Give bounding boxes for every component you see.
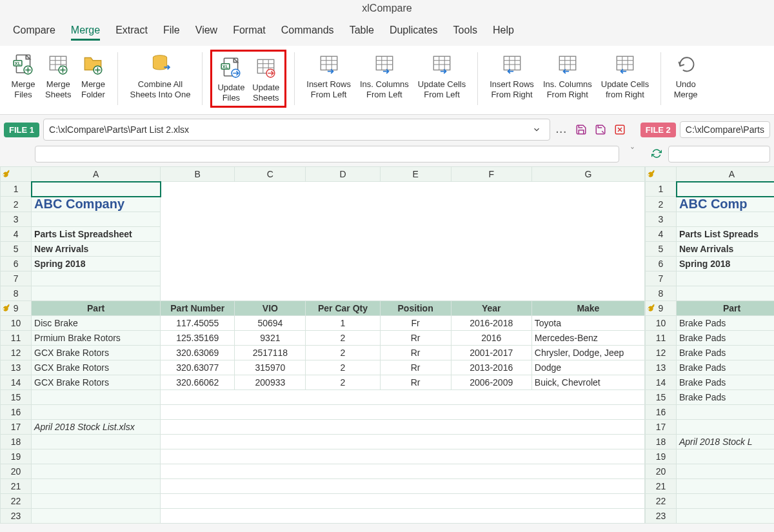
cell[interactable]: Rr: [380, 331, 451, 346]
cell[interactable]: [161, 405, 645, 420]
cell[interactable]: Buick, Chevrolet: [531, 375, 644, 390]
row-header[interactable]: 4: [646, 227, 677, 242]
cell[interactable]: [677, 286, 775, 301]
row-header[interactable]: 8: [1, 286, 32, 301]
cell[interactable]: Brake Pads: [677, 331, 775, 346]
cell[interactable]: GCX Brake Rotors: [32, 375, 161, 390]
row-header[interactable]: 14: [1, 375, 32, 390]
col-header-A[interactable]: A: [32, 167, 161, 182]
col-header-E[interactable]: E: [380, 167, 451, 182]
cell[interactable]: [677, 479, 775, 494]
row-header[interactable]: 13: [646, 360, 677, 375]
cell[interactable]: 2: [306, 375, 380, 390]
cell[interactable]: [677, 182, 775, 197]
cell[interactable]: Mercedes-Benz: [531, 331, 644, 346]
cell[interactable]: [161, 479, 645, 494]
cell[interactable]: [677, 271, 775, 286]
cell[interactable]: Fr: [380, 316, 451, 331]
merge-folder-button[interactable]: MergeFolder: [76, 50, 110, 108]
cell[interactable]: 50694: [235, 316, 306, 331]
row-header[interactable]: 21: [646, 479, 677, 494]
cell-A1[interactable]: [32, 182, 161, 197]
row-header[interactable]: 22: [1, 494, 32, 509]
table-header[interactable]: Part Number: [161, 301, 235, 316]
cell[interactable]: 2: [306, 331, 380, 346]
merge-sheets-button[interactable]: MergeSheets: [41, 50, 75, 108]
table-header[interactable]: Per Car Qty: [306, 301, 380, 316]
cell[interactable]: Brake Pads: [677, 316, 775, 331]
save-as-icon[interactable]: [593, 122, 608, 137]
row-header[interactable]: 11: [1, 331, 32, 346]
row-header[interactable]: 11: [646, 331, 677, 346]
row-header[interactable]: 19: [646, 449, 677, 464]
cell[interactable]: Brake Pads: [677, 346, 775, 360]
cell[interactable]: [677, 420, 775, 435]
insert-rows-left-button[interactable]: Insert RowsFrom Left: [303, 50, 355, 108]
cell[interactable]: Disc Brake: [32, 316, 161, 331]
row-header[interactable]: 17: [646, 420, 677, 435]
cell[interactable]: 2: [306, 360, 380, 375]
cell[interactable]: [32, 449, 161, 464]
cell[interactable]: Toyota: [531, 316, 644, 331]
row-header[interactable]: 15: [646, 390, 677, 405]
cell[interactable]: [161, 420, 645, 435]
update-cells-right-button[interactable]: Update Cellsfrom Right: [597, 50, 653, 108]
ins-columns-right-button[interactable]: Ins. ColumnsFrom Right: [539, 50, 596, 108]
row-header[interactable]: 2: [1, 197, 32, 212]
cell[interactable]: [161, 390, 645, 405]
cell[interactable]: 315970: [235, 360, 306, 375]
row-header[interactable]: 1: [1, 182, 32, 197]
row-header[interactable]: 23: [1, 509, 32, 524]
menu-format[interactable]: Format: [233, 25, 266, 41]
row-header[interactable]: 9: [1, 301, 32, 316]
row-header[interactable]: 5: [646, 242, 677, 257]
subtitle-1[interactable]: Parts List Spreadsheet: [32, 227, 161, 242]
cell[interactable]: 200933: [235, 375, 306, 390]
table-header-r[interactable]: Part: [677, 301, 775, 316]
row-header[interactable]: 21: [1, 479, 32, 494]
table-header[interactable]: Make: [531, 301, 644, 316]
cell[interactable]: 1: [306, 316, 380, 331]
row-header[interactable]: 22: [646, 494, 677, 509]
cell[interactable]: 320.63069: [161, 346, 235, 360]
formula-input-1[interactable]: [35, 146, 619, 163]
row-header[interactable]: 15: [1, 390, 32, 405]
row-header[interactable]: 23: [646, 509, 677, 524]
subtitle-3[interactable]: Spring 2018: [32, 257, 161, 271]
ins-columns-left-button[interactable]: Ins. ColumnsFrom Left: [356, 50, 413, 108]
cell[interactable]: [32, 212, 161, 227]
subtitle-2-r[interactable]: New Arrivals: [677, 242, 775, 257]
file2-path-input[interactable]: C:\xlCompare\Parts: [680, 121, 770, 138]
corner-cell[interactable]: [646, 167, 677, 182]
row-header[interactable]: 17: [1, 420, 32, 435]
update-files-button[interactable]: XLUpdateFiles: [213, 53, 248, 104]
row-header[interactable]: 6: [1, 257, 32, 271]
row-header[interactable]: 7: [646, 271, 677, 286]
table-header[interactable]: Year: [451, 301, 531, 316]
row-header[interactable]: 1: [646, 182, 677, 197]
empty-region[interactable]: [161, 182, 645, 301]
cell[interactable]: [32, 509, 161, 524]
cell[interactable]: [161, 464, 645, 479]
update-cells-left-button[interactable]: Update CellsFrom Left: [414, 50, 470, 108]
cell[interactable]: [32, 479, 161, 494]
menu-commands[interactable]: Commands: [281, 25, 334, 41]
row-header[interactable]: 20: [1, 464, 32, 479]
row-header[interactable]: 2: [646, 197, 677, 212]
row-header[interactable]: 10: [1, 316, 32, 331]
cell[interactable]: Rr: [380, 346, 451, 360]
row-header[interactable]: 7: [1, 271, 32, 286]
row-header[interactable]: 12: [1, 346, 32, 360]
menu-tools[interactable]: Tools: [453, 25, 477, 41]
row-header[interactable]: 20: [646, 464, 677, 479]
cell[interactable]: Prmium Brake Rotors: [32, 331, 161, 346]
combine-all-button[interactable]: Combine AllSheets Into One: [126, 50, 194, 108]
row-header[interactable]: 16: [1, 405, 32, 420]
row-header[interactable]: 18: [646, 435, 677, 449]
cell[interactable]: GCX Brake Rotors: [32, 346, 161, 360]
refresh-icon[interactable]: [649, 146, 664, 161]
table-header[interactable]: Position: [380, 301, 451, 316]
col-header-A-right[interactable]: A: [677, 167, 775, 182]
cell[interactable]: 2: [306, 346, 380, 360]
cell[interactable]: 320.66062: [161, 375, 235, 390]
